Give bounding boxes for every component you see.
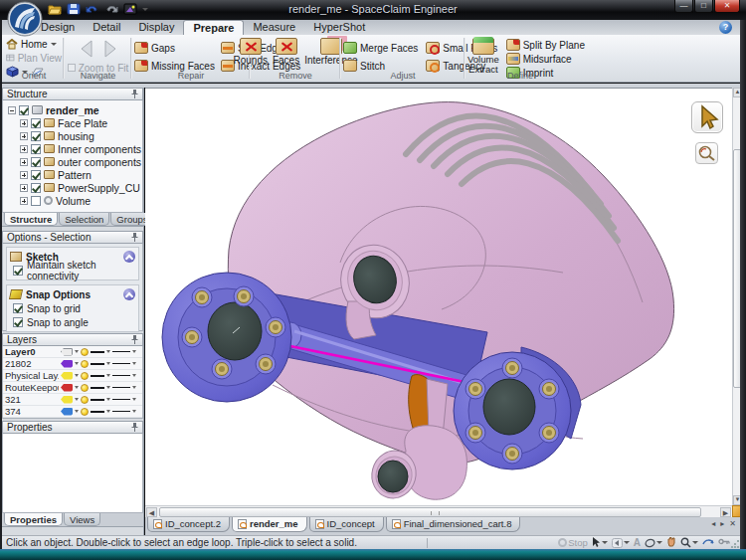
help-icon[interactable]: ? — [719, 21, 732, 34]
maintain-sketch-connectivity-option[interactable]: Maintain sketch connectivity — [10, 264, 135, 278]
select-tool-button[interactable] — [691, 101, 723, 133]
zoom-tool-button[interactable] — [680, 537, 698, 548]
collapse-section-icon[interactable] — [123, 251, 135, 263]
scroll-tabs-left-icon[interactable]: ◂ — [711, 519, 715, 528]
tab-measure[interactable]: Measure — [244, 20, 304, 35]
stop-button[interactable]: Stop — [558, 537, 588, 548]
visibility-checkbox[interactable] — [31, 170, 41, 180]
spin-tool-button[interactable] — [702, 537, 714, 549]
expand-expander-icon[interactable] — [20, 171, 28, 179]
visibility-checkbox[interactable] — [31, 131, 41, 141]
visibility-checkbox[interactable] — [31, 144, 41, 154]
layer-row[interactable]: RouteKeepout — [3, 382, 142, 394]
sketch-tool-button[interactable] — [645, 538, 662, 548]
tab-properties[interactable]: Properties — [4, 513, 63, 526]
line-width-selector[interactable] — [112, 375, 130, 376]
horizontal-scroll-thumb[interactable] — [159, 507, 701, 517]
model-body[interactable] — [228, 102, 673, 465]
snap-section-header[interactable]: Snap Options — [10, 287, 135, 301]
layer-color-icon[interactable] — [61, 372, 73, 380]
gaps-button[interactable]: Gaps — [134, 41, 215, 55]
expand-expander-icon[interactable] — [20, 145, 28, 153]
layer-visible-bulb-icon[interactable] — [81, 396, 89, 404]
close-button[interactable]: ✕ — [714, 0, 740, 13]
redo-icon[interactable] — [104, 3, 118, 15]
layer-row[interactable]: 321 — [3, 394, 142, 406]
zoom-region-button[interactable] — [695, 142, 718, 164]
split-by-plane-button[interactable]: Split By Plane — [506, 38, 585, 52]
layer-row[interactable]: Physical Lay... — [3, 370, 142, 382]
doc-tab-final-dimensioned-cart[interactable]: Final_dimensioned_cart.8 — [386, 517, 521, 532]
line-width-selector[interactable] — [112, 387, 130, 388]
pin-icon[interactable] — [131, 335, 138, 344]
layer-color-icon[interactable] — [61, 360, 73, 368]
next-view-button[interactable] — [100, 39, 120, 59]
line-style-selector[interactable] — [91, 351, 104, 353]
layer-color-icon[interactable] — [61, 408, 73, 416]
checkbox[interactable] — [13, 266, 23, 276]
layer-row[interactable]: Layer0 — [3, 346, 142, 358]
tree-row[interactable]: Face Plate — [3, 116, 142, 129]
viewport-horizontal-scrollbar[interactable]: ◀ ▶ — [145, 505, 732, 517]
layer-visible-bulb-icon[interactable] — [81, 360, 89, 368]
layer-color-icon[interactable] — [61, 348, 73, 356]
expand-expander-icon[interactable] — [20, 132, 28, 140]
right-wheel-flange[interactable] — [454, 352, 571, 469]
tab-views[interactable]: Views — [64, 513, 100, 526]
pin-icon[interactable] — [131, 233, 138, 242]
previous-view-button-status[interactable] — [612, 538, 630, 548]
open-icon[interactable] — [48, 3, 62, 15]
collapse-expander-icon[interactable] — [8, 106, 16, 114]
faces-button[interactable]: Faces — [273, 38, 299, 66]
tab-structure[interactable]: Structure — [4, 213, 58, 226]
tree-row[interactable]: Volume — [3, 194, 142, 207]
line-style-selector[interactable] — [91, 363, 104, 365]
doc-tab-id-concept[interactable]: ID_concept — [309, 517, 384, 532]
plan-view-button[interactable]: Plan View — [6, 51, 62, 65]
tab-detail[interactable]: Detail — [84, 20, 129, 35]
layer-color-icon[interactable] — [61, 396, 73, 404]
tree-row-root[interactable]: render_me — [3, 103, 142, 116]
layer-visible-bulb-icon[interactable] — [81, 408, 89, 416]
screen-capture-icon[interactable] — [123, 3, 137, 15]
doc-tab-id-concept-2[interactable]: ID_concept.2 — [147, 517, 230, 532]
scroll-tabs-right-icon[interactable]: ▸ — [720, 519, 724, 528]
spaceclaim-logo-icon[interactable] — [7, 1, 43, 37]
visibility-checkbox[interactable] — [19, 105, 29, 115]
line-style-selector[interactable] — [91, 375, 104, 377]
merge-faces-button[interactable]: Merge Faces — [343, 41, 418, 55]
tab-prepare[interactable]: Prepare — [183, 20, 244, 35]
layer-visible-bulb-icon[interactable] — [81, 384, 89, 392]
visibility-checkbox[interactable] — [31, 157, 41, 167]
layer-color-icon[interactable] — [61, 384, 73, 392]
tree-row[interactable]: housing — [3, 129, 142, 142]
line-width-selector[interactable] — [112, 351, 130, 352]
select-mode-button[interactable] — [592, 537, 608, 548]
checkbox[interactable] — [13, 317, 23, 327]
rounds-button[interactable]: Rounds — [233, 38, 267, 66]
bottom-lens[interactable] — [378, 461, 408, 492]
home-button[interactable]: Home — [6, 37, 62, 51]
pan-tool-button[interactable] — [666, 536, 676, 549]
minimize-button[interactable]: — — [674, 0, 693, 13]
tab-hypershot[interactable]: HyperShot — [304, 20, 374, 35]
close-tab-icon[interactable]: ✕ — [729, 519, 736, 528]
collapse-section-icon[interactable] — [123, 288, 135, 300]
visibility-checkbox[interactable] — [31, 183, 41, 193]
tree-row[interactable]: Inner components — [3, 142, 142, 155]
tree-row[interactable]: outer components — [3, 155, 142, 168]
save-icon[interactable] — [67, 3, 81, 15]
left-wheel-flange[interactable] — [162, 273, 291, 402]
line-style-selector[interactable] — [91, 411, 104, 413]
visibility-checkbox[interactable] — [31, 196, 41, 206]
layer-visible-bulb-icon[interactable] — [81, 348, 89, 356]
annotation-tool[interactable]: A — [634, 537, 641, 548]
visibility-checkbox[interactable] — [31, 118, 41, 128]
maximize-button[interactable]: □ — [694, 0, 713, 13]
expand-expander-icon[interactable] — [20, 119, 28, 127]
tab-selection[interactable]: Selection — [59, 213, 109, 226]
tab-scroll-controls[interactable]: ◂ ▸ ✕ — [711, 519, 736, 528]
snap-to-angle-option[interactable]: Snap to angle — [10, 315, 135, 329]
layer-visible-bulb-icon[interactable] — [81, 372, 89, 380]
layer-row[interactable]: 21802 — [3, 358, 142, 370]
